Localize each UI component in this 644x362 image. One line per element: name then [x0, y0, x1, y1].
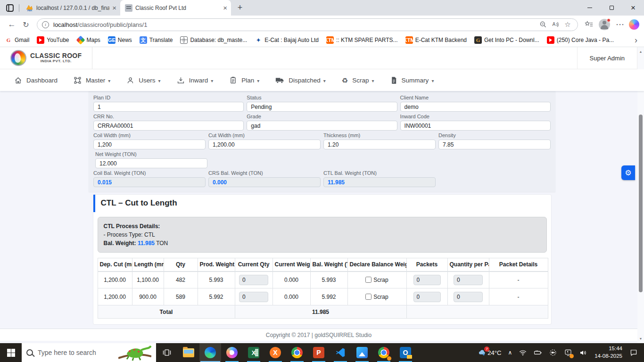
- scroll-down-arrow-icon[interactable]: [637, 335, 644, 342]
- taskbar-chrome-profile[interactable]: [373, 343, 395, 362]
- bookmark-news[interactable]: GENews: [108, 36, 132, 44]
- volume-control[interactable]: [576, 343, 591, 362]
- new-tab-button[interactable]: [234, 1, 246, 14]
- url-text[interactable]: localhost/classicroof/public/plans/1: [53, 21, 537, 28]
- profile-avatar[interactable]: [599, 19, 610, 30]
- close-window-button[interactable]: [622, 0, 644, 16]
- more-menu-icon[interactable]: [613, 17, 627, 32]
- taskbar-copilot[interactable]: [221, 343, 243, 362]
- density-field[interactable]: [438, 140, 551, 149]
- cut-width-field[interactable]: [208, 140, 321, 149]
- copilot-icon[interactable]: [629, 19, 639, 30]
- wifi-indicator[interactable]: [515, 343, 530, 362]
- taskbar-file-explorer[interactable]: [178, 343, 199, 362]
- packets-input[interactable]: [413, 275, 441, 285]
- tab-classic-roof[interactable]: Classic Roof Pvt Ltd: [120, 0, 231, 16]
- plan-id-field[interactable]: [93, 102, 244, 112]
- bookmark-database[interactable]: Database: db_maste...: [180, 36, 247, 44]
- favorite-star-icon[interactable]: [561, 18, 574, 31]
- phone-link[interactable]: [561, 343, 576, 362]
- action-center[interactable]: [626, 343, 641, 362]
- battery-indicator[interactable]: [530, 343, 545, 362]
- outlook-icon: [400, 347, 411, 358]
- news-icon: GE: [108, 36, 116, 44]
- nav-plan[interactable]: Plan: [229, 76, 259, 84]
- taskbar-xampp[interactable]: [264, 343, 286, 362]
- weather-widget[interactable]: 7 24°C: [475, 343, 504, 362]
- meet-now[interactable]: [545, 343, 561, 362]
- thickness-field[interactable]: [323, 140, 436, 149]
- table-header-row: Dep. Cut (mm Length (mm) Qty Prod. Weigh…: [98, 258, 548, 272]
- bookmark-youtube[interactable]: YouTube: [37, 36, 69, 44]
- current-qty-input[interactable]: [239, 292, 268, 302]
- bookmarks-overflow-chevron[interactable]: [635, 35, 637, 45]
- inward-code-field[interactable]: [400, 121, 551, 131]
- read-aloud-icon[interactable]: A: [549, 18, 561, 31]
- qty-per-packet-input[interactable]: [454, 275, 483, 285]
- favorites-bar-icon[interactable]: [582, 17, 596, 32]
- taskbar-powerpoint[interactable]: [308, 343, 330, 362]
- status-field[interactable]: [247, 102, 397, 112]
- current-qty-input[interactable]: [239, 275, 268, 285]
- field-label: Coil Bal. Weight (TON): [93, 170, 206, 176]
- nav-dispatched[interactable]: Dispatched: [275, 76, 326, 84]
- qty-cell: 589: [164, 288, 198, 305]
- tab-actions-menu-button[interactable]: [3, 1, 17, 15]
- packets-input[interactable]: [413, 292, 441, 302]
- close-tab-icon[interactable]: [223, 4, 227, 12]
- minimize-button[interactable]: [579, 0, 601, 16]
- tab-phpmyadmin[interactable]: PMA localhost / 127.0.0.1 / db_final_cla: [21, 0, 120, 16]
- brand-logo-block[interactable]: CLASSIC ROOF INDIA PVT. LTD.: [0, 47, 92, 69]
- taskbar-outlook[interactable]: [395, 343, 416, 362]
- taskbar-chrome[interactable]: [286, 343, 308, 362]
- grade-field[interactable]: [247, 121, 397, 131]
- taskbar-edge[interactable]: [199, 343, 221, 362]
- download-tray-icon: [177, 76, 185, 84]
- nav-scrap[interactable]: ♻ Scrap: [342, 77, 374, 84]
- nav-inward[interactable]: Inward: [177, 76, 214, 84]
- task-view-button[interactable]: [156, 343, 178, 362]
- nav-users[interactable]: Users: [126, 76, 160, 84]
- nav-dashboard[interactable]: Dashboard: [14, 76, 58, 84]
- zoom-out-icon[interactable]: [537, 18, 549, 31]
- bookmark-gmail[interactable]: GGmail: [5, 36, 29, 44]
- taskbar-search-box[interactable]: Type here to search: [22, 343, 156, 362]
- user-menu[interactable]: Super Admin: [577, 47, 637, 69]
- crr-no-field[interactable]: [93, 121, 244, 131]
- taskbar-clock[interactable]: 15:44 14-08-2025: [591, 345, 626, 360]
- refresh-button[interactable]: [19, 17, 33, 32]
- qty-per-packet-input[interactable]: [454, 292, 483, 302]
- bookmark-ktm-spare[interactable]: KTM:: KTM SPARE PARTS...: [326, 36, 398, 44]
- scroll-up-arrow-icon[interactable]: [637, 48, 644, 55]
- taskbar-photos[interactable]: [351, 343, 373, 362]
- tray-chevron-icon[interactable]: [504, 343, 515, 362]
- restore-button[interactable]: [601, 0, 622, 16]
- home-icon: [14, 76, 22, 84]
- close-tab-icon[interactable]: [112, 4, 116, 12]
- scrollbar-thumb[interactable]: [639, 115, 643, 292]
- bookmark-getintopc[interactable]: GGet Into PC - Downl...: [474, 36, 539, 44]
- start-button[interactable]: [0, 343, 22, 362]
- client-name-field[interactable]: [400, 102, 551, 112]
- file-explorer-icon: [183, 348, 194, 357]
- bookmark-core-java[interactable]: (250) Core Java - Pa...: [547, 36, 614, 44]
- nav-summary[interactable]: Summary: [390, 76, 434, 84]
- taskbar-vscode[interactable]: [330, 343, 351, 362]
- taskbar-excel[interactable]: [243, 343, 264, 362]
- back-button[interactable]: [5, 17, 19, 32]
- bookmark-translate[interactable]: 文Translate: [140, 36, 173, 44]
- coil-width-field[interactable]: [93, 140, 206, 149]
- scrap-checkbox[interactable]: [365, 294, 372, 300]
- bookmark-ktm-backend[interactable]: KTME-Cat KTM Backend: [405, 36, 467, 44]
- bookmark-maps[interactable]: Maps: [77, 36, 100, 44]
- nav-master[interactable]: Master: [74, 76, 110, 84]
- site-info-icon[interactable]: [42, 21, 49, 28]
- address-bar[interactable]: localhost/classicroof/public/plans/1 A: [37, 18, 578, 31]
- bookmark-bajaj[interactable]: ✦E-Cat : Bajaj Auto Ltd: [255, 36, 319, 44]
- net-weight-field[interactable]: [95, 158, 207, 168]
- scrap-checkbox[interactable]: [365, 277, 372, 283]
- vertical-scrollbar[interactable]: [637, 47, 644, 343]
- settings-fab[interactable]: [621, 165, 635, 180]
- length-cell: 900.00: [132, 288, 164, 305]
- translate-icon: 文: [140, 36, 147, 44]
